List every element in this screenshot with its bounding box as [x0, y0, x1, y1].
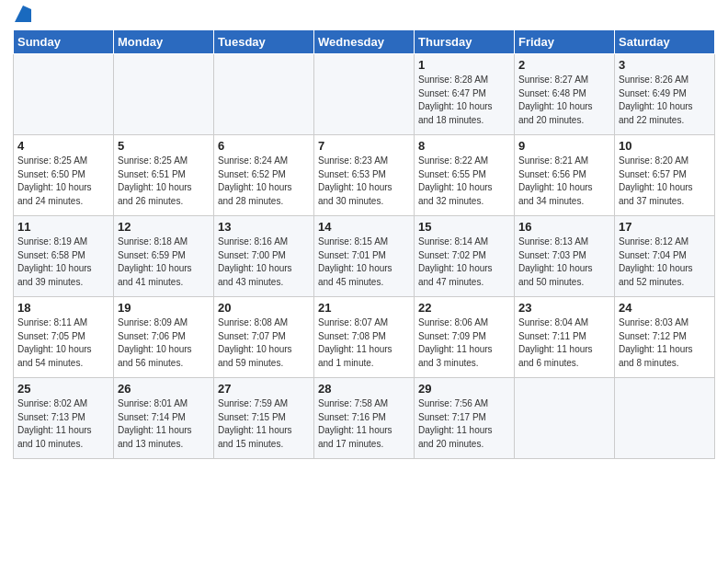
calendar-cell-2-3: 6Sunrise: 8:24 AM Sunset: 6:52 PM Daylig…: [214, 135, 314, 216]
day-info: Sunrise: 7:59 AM Sunset: 7:15 PM Dayligh…: [218, 397, 310, 451]
day-info: Sunrise: 8:09 AM Sunset: 7:06 PM Dayligh…: [118, 316, 210, 370]
day-info: Sunrise: 8:21 AM Sunset: 6:56 PM Dayligh…: [518, 155, 610, 208]
calendar-cell-4-4: 21Sunrise: 8:07 AM Sunset: 7:08 PM Dayli…: [314, 297, 415, 378]
day-number: 19: [118, 301, 210, 315]
calendar-cell-5-6: [515, 378, 615, 459]
calendar-cell-3-4: 14Sunrise: 8:15 AM Sunset: 7:01 PM Dayli…: [314, 216, 415, 297]
calendar-cell-4-6: 23Sunrise: 8:04 AM Sunset: 7:11 PM Dayli…: [515, 297, 615, 378]
day-number: 11: [17, 220, 109, 234]
day-info: Sunrise: 8:24 AM Sunset: 6:52 PM Dayligh…: [218, 155, 310, 208]
day-number: 6: [218, 139, 310, 153]
day-info: Sunrise: 8:14 AM Sunset: 7:02 PM Dayligh…: [418, 236, 510, 289]
day-number: 16: [518, 220, 610, 234]
day-number: 3: [619, 58, 711, 72]
calendar-cell-2-6: 9Sunrise: 8:21 AM Sunset: 6:56 PM Daylig…: [515, 135, 615, 216]
day-info: Sunrise: 8:20 AM Sunset: 6:57 PM Dayligh…: [619, 155, 711, 208]
day-info: Sunrise: 8:27 AM Sunset: 6:48 PM Dayligh…: [518, 74, 610, 127]
calendar-header-saturday: Saturday: [615, 30, 715, 54]
day-info: Sunrise: 8:01 AM Sunset: 7:14 PM Dayligh…: [118, 397, 210, 451]
calendar-cell-1-2: [114, 54, 214, 135]
calendar-cell-1-1: [14, 54, 114, 135]
day-info: Sunrise: 8:22 AM Sunset: 6:55 PM Dayligh…: [418, 155, 510, 208]
calendar-cell-2-7: 10Sunrise: 8:20 AM Sunset: 6:57 PM Dayli…: [615, 135, 715, 216]
day-number: 17: [619, 220, 711, 234]
calendar-cell-4-5: 22Sunrise: 8:06 AM Sunset: 7:09 PM Dayli…: [415, 297, 515, 378]
calendar-header-sunday: Sunday: [14, 30, 114, 54]
day-info: Sunrise: 8:16 AM Sunset: 7:00 PM Dayligh…: [218, 236, 310, 289]
day-info: Sunrise: 8:06 AM Sunset: 7:09 PM Dayligh…: [418, 316, 510, 370]
day-number: 24: [619, 301, 711, 315]
calendar-cell-5-1: 25Sunrise: 8:02 AM Sunset: 7:13 PM Dayli…: [14, 378, 114, 459]
day-number: 2: [518, 58, 610, 72]
day-number: 25: [17, 382, 109, 396]
day-number: 14: [318, 220, 410, 234]
day-number: 5: [118, 139, 210, 153]
day-info: Sunrise: 8:23 AM Sunset: 6:53 PM Dayligh…: [318, 155, 410, 208]
day-number: 4: [17, 139, 109, 153]
calendar-table: SundayMondayTuesdayWednesdayThursdayFrid…: [13, 29, 715, 459]
logo: [13, 13, 31, 22]
calendar-cell-4-3: 20Sunrise: 8:08 AM Sunset: 7:07 PM Dayli…: [214, 297, 314, 378]
calendar-cell-5-7: [615, 378, 715, 459]
calendar-week-4: 18Sunrise: 8:11 AM Sunset: 7:05 PM Dayli…: [14, 297, 715, 378]
day-info: Sunrise: 8:12 AM Sunset: 7:04 PM Dayligh…: [619, 236, 711, 289]
calendar-cell-4-2: 19Sunrise: 8:09 AM Sunset: 7:06 PM Dayli…: [114, 297, 214, 378]
day-number: 10: [619, 139, 711, 153]
calendar-cell-1-4: [314, 54, 415, 135]
header: [13, 9, 715, 22]
day-number: 8: [418, 139, 510, 153]
day-number: 28: [318, 382, 410, 396]
day-number: 15: [418, 220, 510, 234]
calendar-cell-2-5: 8Sunrise: 8:22 AM Sunset: 6:55 PM Daylig…: [415, 135, 515, 216]
day-info: Sunrise: 8:03 AM Sunset: 7:12 PM Dayligh…: [619, 316, 711, 370]
calendar-cell-5-2: 26Sunrise: 8:01 AM Sunset: 7:14 PM Dayli…: [114, 378, 214, 459]
day-number: 26: [118, 382, 210, 396]
calendar-cell-2-4: 7Sunrise: 8:23 AM Sunset: 6:53 PM Daylig…: [314, 135, 415, 216]
day-info: Sunrise: 8:04 AM Sunset: 7:11 PM Dayligh…: [518, 316, 610, 370]
day-number: 29: [418, 382, 510, 396]
calendar-cell-3-1: 11Sunrise: 8:19 AM Sunset: 6:58 PM Dayli…: [14, 216, 114, 297]
day-info: Sunrise: 8:08 AM Sunset: 7:07 PM Dayligh…: [218, 316, 310, 370]
calendar-cell-3-2: 12Sunrise: 8:18 AM Sunset: 6:59 PM Dayli…: [114, 216, 214, 297]
calendar-header-row: SundayMondayTuesdayWednesdayThursdayFrid…: [14, 30, 715, 54]
day-info: Sunrise: 8:11 AM Sunset: 7:05 PM Dayligh…: [17, 316, 109, 370]
calendar-week-1: 1Sunrise: 8:28 AM Sunset: 6:47 PM Daylig…: [14, 54, 715, 135]
calendar-cell-3-7: 17Sunrise: 8:12 AM Sunset: 7:04 PM Dayli…: [615, 216, 715, 297]
calendar-cell-2-1: 4Sunrise: 8:25 AM Sunset: 6:50 PM Daylig…: [14, 135, 114, 216]
day-info: Sunrise: 8:25 AM Sunset: 6:51 PM Dayligh…: [118, 155, 210, 208]
day-info: Sunrise: 8:02 AM Sunset: 7:13 PM Dayligh…: [17, 397, 109, 451]
svg-marker-0: [15, 6, 31, 22]
calendar-cell-1-7: 3Sunrise: 8:26 AM Sunset: 6:49 PM Daylig…: [615, 54, 715, 135]
day-number: 18: [17, 301, 109, 315]
calendar-header-friday: Friday: [515, 30, 615, 54]
calendar-cell-1-3: [214, 54, 314, 135]
calendar-cell-5-3: 27Sunrise: 7:59 AM Sunset: 7:15 PM Dayli…: [214, 378, 314, 459]
logo-icon: [15, 6, 31, 22]
calendar-cell-1-5: 1Sunrise: 8:28 AM Sunset: 6:47 PM Daylig…: [415, 54, 515, 135]
calendar-cell-2-2: 5Sunrise: 8:25 AM Sunset: 6:51 PM Daylig…: [114, 135, 214, 216]
calendar-cell-1-6: 2Sunrise: 8:27 AM Sunset: 6:48 PM Daylig…: [515, 54, 615, 135]
day-info: Sunrise: 7:58 AM Sunset: 7:16 PM Dayligh…: [318, 397, 410, 451]
day-number: 7: [318, 139, 410, 153]
day-number: 22: [418, 301, 510, 315]
day-info: Sunrise: 8:07 AM Sunset: 7:08 PM Dayligh…: [318, 316, 410, 370]
day-info: Sunrise: 8:18 AM Sunset: 6:59 PM Dayligh…: [118, 236, 210, 289]
calendar-cell-4-7: 24Sunrise: 8:03 AM Sunset: 7:12 PM Dayli…: [615, 297, 715, 378]
calendar-header-wednesday: Wednesday: [314, 30, 415, 54]
day-number: 23: [518, 301, 610, 315]
day-info: Sunrise: 7:56 AM Sunset: 7:17 PM Dayligh…: [418, 397, 510, 451]
calendar-week-5: 25Sunrise: 8:02 AM Sunset: 7:13 PM Dayli…: [14, 378, 715, 459]
day-number: 12: [118, 220, 210, 234]
calendar-cell-5-5: 29Sunrise: 7:56 AM Sunset: 7:17 PM Dayli…: [415, 378, 515, 459]
calendar-header-thursday: Thursday: [415, 30, 515, 54]
calendar-header-tuesday: Tuesday: [214, 30, 314, 54]
calendar-week-3: 11Sunrise: 8:19 AM Sunset: 6:58 PM Dayli…: [14, 216, 715, 297]
day-info: Sunrise: 8:15 AM Sunset: 7:01 PM Dayligh…: [318, 236, 410, 289]
day-number: 1: [418, 58, 510, 72]
day-number: 13: [218, 220, 310, 234]
calendar-cell-5-4: 28Sunrise: 7:58 AM Sunset: 7:16 PM Dayli…: [314, 378, 415, 459]
day-info: Sunrise: 8:13 AM Sunset: 7:03 PM Dayligh…: [518, 236, 610, 289]
calendar-cell-3-5: 15Sunrise: 8:14 AM Sunset: 7:02 PM Dayli…: [415, 216, 515, 297]
day-number: 21: [318, 301, 410, 315]
day-info: Sunrise: 8:19 AM Sunset: 6:58 PM Dayligh…: [17, 236, 109, 289]
